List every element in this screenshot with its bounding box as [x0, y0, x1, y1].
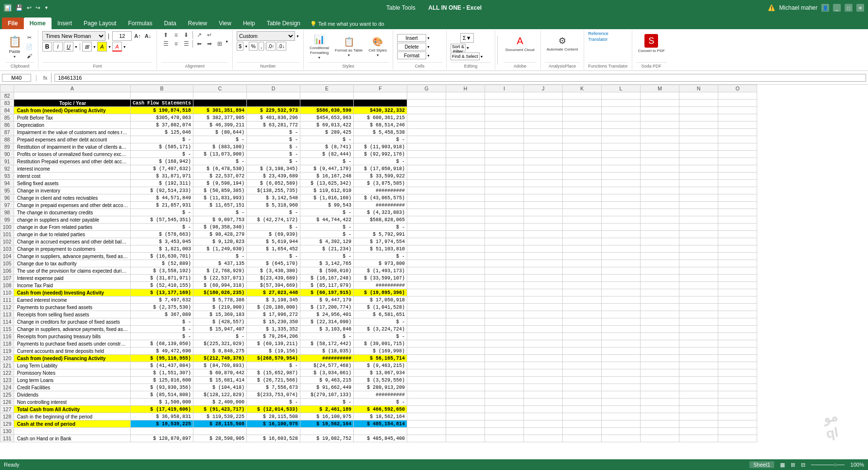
- empty-cell[interactable]: [641, 420, 679, 428]
- table-cell[interactable]: $ 17,050,918: [354, 296, 407, 304]
- table-cell[interactable]: $ -: [131, 326, 193, 333]
- table-cell[interactable]: $ 56,165,714: [354, 355, 407, 362]
- table-cell[interactable]: $ (85,514,808): [131, 391, 193, 399]
- table-cell[interactable]: $ 15,681,414: [193, 377, 247, 384]
- empty-cell[interactable]: [718, 92, 757, 100]
- empty-cell[interactable]: [563, 136, 602, 143]
- empty-cell[interactable]: [718, 413, 757, 420]
- empty-cell[interactable]: [641, 173, 679, 180]
- table-cell[interactable]: $ -: [300, 224, 354, 231]
- table-cell[interactable]: $ -: [354, 333, 407, 340]
- table-cell[interactable]: $ -: [131, 333, 193, 340]
- table-cell[interactable]: $ 18,562,164: [354, 413, 407, 420]
- table-cell[interactable]: $ 280,913,209: [354, 384, 407, 391]
- empty-cell[interactable]: [407, 260, 446, 267]
- empty-cell[interactable]: [407, 362, 446, 369]
- table-cell[interactable]: $ 19,082,752: [300, 435, 354, 442]
- tell-me[interactable]: 💡 Tell me what you want to do: [306, 19, 388, 29]
- empty-cell[interactable]: [641, 136, 679, 143]
- empty-cell[interactable]: [524, 282, 563, 289]
- table-cell[interactable]: $454,653,963: [300, 114, 354, 122]
- table-cell[interactable]: $ (3,529,556): [354, 377, 407, 384]
- empty-cell[interactable]: [718, 114, 757, 122]
- empty-cell[interactable]: [641, 129, 679, 136]
- empty-cell[interactable]: [641, 107, 679, 114]
- empty-cell[interactable]: [485, 245, 524, 253]
- empty-cell[interactable]: [718, 122, 757, 129]
- orientation-btn[interactable]: ↗: [194, 31, 204, 39]
- tab-view[interactable]: View: [213, 17, 237, 29]
- table-cell[interactable]: $ (16,167,248): [300, 275, 354, 282]
- minimize-btn[interactable]: _: [833, 4, 841, 12]
- table-cell[interactable]: $ 437,135: [193, 260, 247, 267]
- empty-cell[interactable]: [563, 333, 602, 340]
- table-cell[interactable]: $ (92,514,233): [131, 187, 193, 194]
- empty-cell[interactable]: [446, 238, 485, 245]
- table-cell[interactable]: Cash at the end of period: [14, 420, 131, 428]
- empty-cell[interactable]: [407, 267, 446, 275]
- table-cell[interactable]: $ (84,769,893): [193, 362, 247, 369]
- empty-cell[interactable]: [485, 136, 524, 143]
- empty-cell[interactable]: [641, 340, 679, 348]
- empty-cell[interactable]: [407, 151, 446, 158]
- empty-cell[interactable]: [641, 187, 679, 194]
- table-cell[interactable]: $ 15,230,350: [247, 318, 300, 326]
- format-painter-button[interactable]: 🖌: [24, 52, 34, 60]
- table-cell[interactable]: Change in prepayment to customers: [14, 245, 131, 253]
- table-cell[interactable]: $ 17,996,272: [247, 311, 300, 318]
- conditional-formatting-button[interactable]: 📊 ConditionalFormatting ▼: [308, 34, 331, 59]
- empty-cell[interactable]: [524, 209, 563, 216]
- empty-cell[interactable]: [602, 173, 641, 180]
- table-cell[interactable]: $ -: [193, 253, 247, 260]
- fill-arrow[interactable]: ▼: [108, 45, 111, 49]
- empty-cell[interactable]: [407, 326, 446, 333]
- font-size-input[interactable]: [112, 31, 132, 41]
- autosum-button[interactable]: Σ▼: [460, 33, 474, 43]
- empty-cell[interactable]: [446, 428, 485, 435]
- table-cell[interactable]: $ 973,800: [354, 260, 407, 267]
- empty-cell[interactable]: [563, 209, 602, 216]
- empty-cell[interactable]: [446, 275, 485, 282]
- empty-cell[interactable]: [524, 362, 563, 369]
- table-cell[interactable]: $ (645,170): [247, 260, 300, 267]
- empty-cell[interactable]: [563, 384, 602, 391]
- empty-cell[interactable]: [446, 399, 485, 406]
- empty-cell[interactable]: [641, 282, 679, 289]
- table-cell[interactable]: ##########: [354, 187, 407, 194]
- table-cell[interactable]: ##########: [354, 202, 407, 209]
- empty-cell[interactable]: [563, 340, 602, 348]
- empty-cell[interactable]: [718, 194, 757, 202]
- empty-cell[interactable]: [602, 238, 641, 245]
- table-cell[interactable]: $ 22,537,072: [193, 173, 247, 180]
- table-cell[interactable]: change in suppliers and noter payable: [14, 216, 131, 224]
- table-cell[interactable]: $(180,026,235): [193, 289, 247, 296]
- empty-cell[interactable]: [446, 224, 485, 231]
- table-cell[interactable]: $ 19,562,164: [300, 420, 354, 428]
- col-header-b[interactable]: B: [131, 85, 193, 92]
- delete-button[interactable]: Delete: [397, 43, 426, 51]
- empty-cell[interactable]: [446, 122, 485, 129]
- table-cell[interactable]: $ (9,463,215): [354, 362, 407, 369]
- empty-cell[interactable]: [641, 369, 679, 377]
- empty-cell[interactable]: [563, 282, 602, 289]
- table-cell[interactable]: $ 27,023,448: [247, 289, 300, 296]
- empty-cell[interactable]: [718, 399, 757, 406]
- table-cell[interactable]: Cash Flow Statements: [131, 100, 193, 107]
- table-cell[interactable]: $ 68,514,246: [354, 122, 407, 129]
- empty-cell[interactable]: [679, 92, 718, 100]
- empty-cell[interactable]: [485, 318, 524, 326]
- table-cell[interactable]: $ 36,958,831: [131, 413, 193, 420]
- table-cell[interactable]: $ (4,323,883): [354, 209, 407, 216]
- decrease-decimal-btn[interactable]: .0↓: [277, 42, 286, 51]
- empty-cell[interactable]: [679, 413, 718, 420]
- table-cell[interactable]: $ -: [247, 129, 300, 136]
- empty-cell[interactable]: [485, 158, 524, 165]
- merge-btn[interactable]: ⊞: [215, 40, 225, 48]
- empty-cell[interactable]: [446, 173, 485, 180]
- increase-decimal-btn[interactable]: .0↑: [266, 42, 276, 51]
- table-cell[interactable]: Change in creditors for purchase of fixe…: [14, 318, 131, 326]
- empty-cell[interactable]: [641, 231, 679, 238]
- table-cell[interactable]: The change in documentary credits: [14, 209, 131, 216]
- empty-cell[interactable]: [407, 187, 446, 194]
- empty-cell[interactable]: [679, 275, 718, 282]
